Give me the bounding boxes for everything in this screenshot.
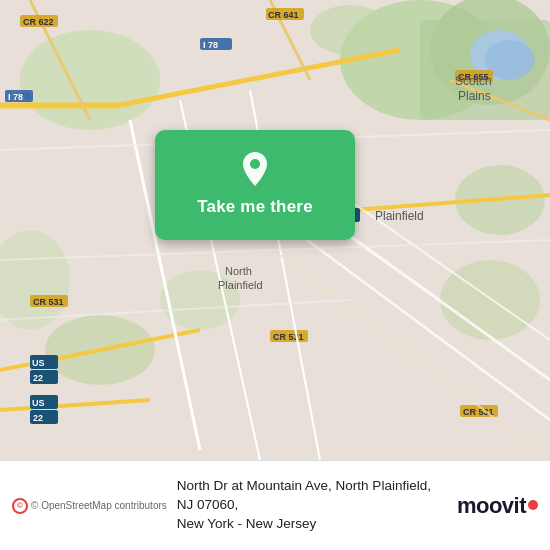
- location-pin-icon: [236, 153, 274, 191]
- svg-text:Plainfield: Plainfield: [218, 279, 263, 291]
- map-area[interactable]: I 78 I 78 I 78 CR 622 CR 641 CR 655 22 2…: [0, 0, 550, 460]
- svg-text:Scotch: Scotch: [455, 74, 492, 88]
- osm-icon: ©: [12, 498, 28, 514]
- moovit-dot-icon: [528, 500, 538, 510]
- bottom-bar: © © OpenStreetMap contributors North Dr …: [0, 460, 550, 550]
- address-display: North Dr at Mountain Ave, North Plainfie…: [177, 477, 447, 534]
- address-line2: New York - New Jersey: [177, 516, 317, 531]
- svg-text:CR 622: CR 622: [23, 17, 54, 27]
- svg-text:North: North: [225, 265, 252, 277]
- address-line1: North Dr at Mountain Ave, North Plainfie…: [177, 478, 431, 512]
- svg-text:US: US: [32, 398, 45, 408]
- svg-text:Plainfield: Plainfield: [375, 209, 424, 223]
- svg-point-66: [250, 159, 260, 169]
- svg-text:22: 22: [33, 373, 43, 383]
- moovit-logo: moovit: [457, 493, 538, 519]
- svg-text:CR 641: CR 641: [268, 10, 299, 20]
- osm-attribution: © © OpenStreetMap contributors: [12, 498, 167, 514]
- moovit-text: moovit: [457, 493, 526, 519]
- svg-text:I 78: I 78: [8, 92, 23, 102]
- svg-text:Plains: Plains: [458, 89, 491, 103]
- svg-text:CR 531: CR 531: [273, 332, 304, 342]
- svg-text:US: US: [32, 358, 45, 368]
- svg-point-1: [20, 30, 160, 130]
- svg-point-5: [310, 5, 390, 55]
- svg-text:CR 531: CR 531: [33, 297, 64, 307]
- osm-text: © OpenStreetMap contributors: [31, 500, 167, 511]
- svg-point-9: [440, 260, 540, 340]
- svg-text:CR 531: CR 531: [463, 407, 494, 417]
- take-me-there-label: Take me there: [197, 197, 313, 217]
- take-me-there-card[interactable]: Take me there: [155, 130, 355, 240]
- svg-text:I 78: I 78: [203, 40, 218, 50]
- svg-text:22: 22: [33, 413, 43, 423]
